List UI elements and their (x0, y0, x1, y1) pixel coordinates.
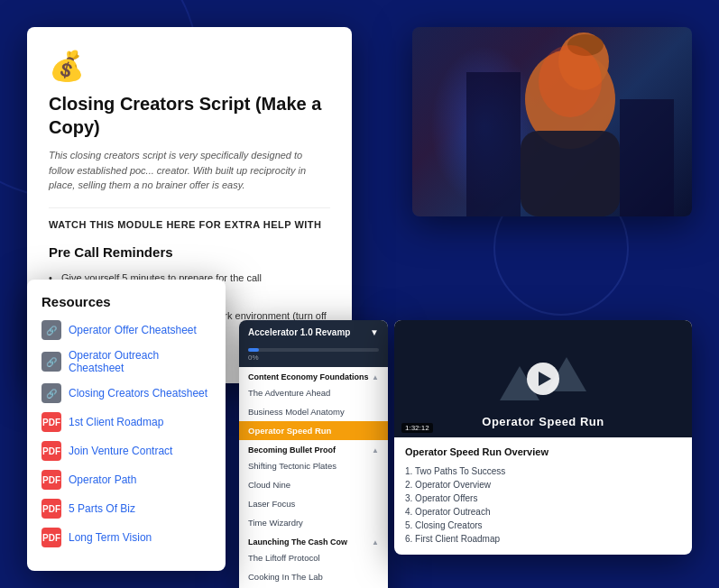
video-thumbnail[interactable] (412, 27, 692, 216)
resource-item-2[interactable]: 🔗 Closing Creators Cheatsheet (41, 383, 211, 403)
resource-label-2: Closing Creators Cheatsheet (69, 387, 207, 400)
resource-item-7[interactable]: PDF Long Term Vision (41, 528, 211, 547)
svg-rect-5 (466, 72, 521, 216)
resource-item-5[interactable]: PDF Operator Path (41, 470, 211, 490)
course-title: Accelerator 1.0 Revamp (248, 327, 350, 337)
resource-item-1[interactable]: 🔗 Operator Outreach Cheatsheet (41, 349, 211, 374)
nav-item-adventure[interactable]: The Adventure Ahead (239, 383, 388, 402)
nav-item-cloud[interactable]: Cloud Nine (239, 475, 388, 494)
overview-item-0: 1. Two Paths To Success (405, 464, 681, 478)
video-info: Operator Speed Run Overview 1. Two Paths… (394, 437, 692, 555)
svg-rect-3 (521, 131, 620, 216)
pre-call-title: Pre Call Reminders (49, 244, 330, 260)
person-silhouette (466, 27, 674, 216)
resource-item-0[interactable]: 🔗 Operator Offer Cheatsheet (41, 320, 211, 340)
play-button[interactable] (527, 363, 559, 395)
nav-item-liftoff[interactable]: The Liftoff Protocol (239, 548, 388, 567)
progress-container: 0% (239, 345, 388, 367)
nav-item-business[interactable]: Business Model Anatomy (239, 402, 388, 421)
overview-item-4: 5. Closing Creators (405, 519, 681, 532)
resource-label-6: 5 Parts Of Biz (69, 502, 135, 515)
overview-item-2: 3. Operator Offers (405, 492, 681, 505)
nav-section-2[interactable]: Becoming Bullet Proof ▲ (239, 440, 388, 456)
nav-item-cooking[interactable]: Cooking In The Lab (239, 567, 388, 586)
nav-section-1[interactable]: Content Economy Foundations ▲ (239, 367, 388, 383)
resource-item-4[interactable]: PDF Join Venture Contract (41, 441, 211, 461)
nav-section-3[interactable]: Launching The Cash Cow ▲ (239, 532, 388, 548)
video-overview-title: Operator Speed Run Overview (405, 446, 681, 457)
watch-note: WATCH THIS MODULE HERE FOR EXTRA HELP WI… (49, 207, 330, 230)
resources-panel: Resources 🔗 Operator Offer Cheatsheet 🔗 … (27, 280, 226, 571)
nav-section-3-chevron: ▲ (372, 538, 379, 547)
svg-point-4 (539, 45, 602, 117)
doc-subtitle: This closing creators script is very spe… (49, 148, 330, 193)
nav-item-laser[interactable]: Laser Focus (239, 494, 388, 513)
overview-item-3: 4. Operator Outreach (405, 505, 681, 519)
resource-item-6[interactable]: PDF 5 Parts Of Biz (41, 499, 211, 519)
resource-item-3[interactable]: PDF 1st Client Roadmap (41, 412, 211, 432)
nav-item-operator-speed[interactable]: Operator Speed Run (239, 421, 388, 440)
resource-label-3: 1st Client Roadmap (69, 416, 163, 428)
resource-label-0: Operator Offer Cheatsheet (69, 324, 197, 336)
progress-bar-bg (248, 348, 379, 352)
link-icon-0: 🔗 (41, 320, 61, 340)
resources-title: Resources (41, 294, 211, 309)
play-icon (539, 372, 551, 386)
nav-section-2-chevron: ▲ (372, 446, 379, 455)
doc-title: Closing Creators Script (Make a Copy) (49, 92, 330, 139)
svg-rect-6 (620, 99, 674, 216)
video-background (412, 27, 692, 216)
money-emoji: 💰 (49, 49, 330, 83)
nav-section-1-chevron: ▲ (372, 373, 379, 381)
nav-item-tectonic[interactable]: Shifting Tectonic Plates (239, 456, 388, 475)
link-icon-2: 🔗 (41, 383, 61, 403)
pdf-icon-7: PDF (41, 528, 61, 547)
pdf-icon-3: PDF (41, 412, 61, 432)
resource-label-5: Operator Path (69, 473, 136, 486)
overview-item-5: 6. First Client Roadmap (405, 532, 681, 546)
video-duration: 1:32:12 (401, 423, 433, 433)
resource-label-1: Operator Outreach Cheatsheet (69, 349, 211, 374)
nav-section-1-label: Content Economy Foundations (248, 372, 369, 381)
link-icon-1: 🔗 (41, 352, 61, 372)
course-nav-header: Accelerator 1.0 Revamp ▼ (239, 320, 388, 345)
course-nav-panel: Accelerator 1.0 Revamp ▼ 0% Content Econ… (239, 320, 388, 588)
overview-item-1: 2. Operator Overview (405, 478, 681, 492)
resource-label-7: Long Term Vision (69, 531, 152, 544)
chevron-icon: ▼ (370, 327, 379, 337)
nav-section-2-label: Becoming Bullet Proof (248, 446, 336, 455)
video-player-panel: Operator Speed Run 1:32:12 Operator Spee… (394, 320, 692, 555)
resource-label-4: Join Venture Contract (69, 445, 172, 457)
nav-item-time[interactable]: Time Wizardry (239, 513, 388, 532)
progress-bar-fill (248, 348, 259, 352)
video-title-overlay: Operator Speed Run (394, 415, 692, 428)
nav-section-3-label: Launching The Cash Cow (248, 537, 347, 547)
video-screen[interactable]: Operator Speed Run 1:32:12 (394, 320, 692, 437)
progress-label: 0% (248, 354, 379, 362)
pdf-icon-5: PDF (41, 470, 61, 490)
pdf-icon-4: PDF (41, 441, 61, 461)
pdf-icon-6: PDF (41, 499, 61, 519)
